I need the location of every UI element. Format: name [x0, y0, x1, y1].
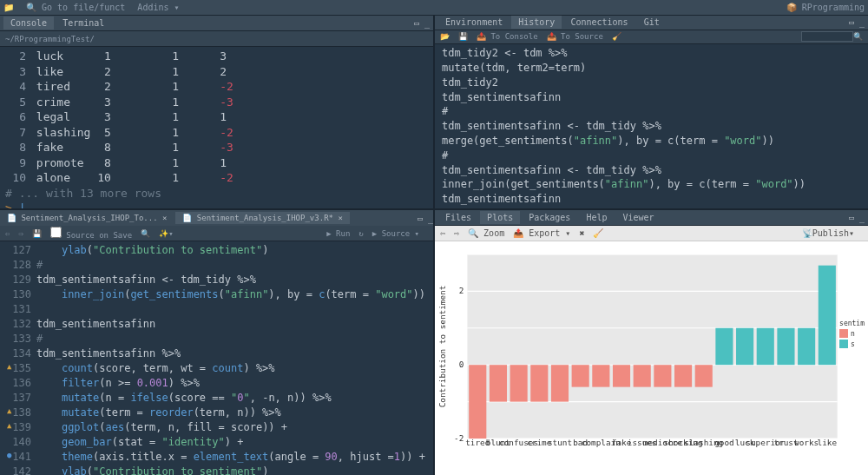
console-row: 8 fake 8 1 -3: [5, 140, 428, 155]
code-line[interactable]: mutate(term = reorder(term, n)) %>%: [36, 406, 428, 420]
gutter-line[interactable]: 129: [5, 273, 31, 287]
editor-tab-2[interactable]: 📄 Sentiment_Analysis_IHOP_v3.R* ×: [175, 212, 349, 224]
pane-controls-icon[interactable]: ▭ _: [849, 213, 865, 222]
code-line[interactable]: tdm_sentimentsafinn <- tdm_tidy %>%: [36, 273, 428, 287]
history-line[interactable]: tdm_sentimentsafinn: [442, 192, 861, 207]
code-line[interactable]: [36, 302, 428, 317]
code-line[interactable]: filter(n >= 0.001) %>%: [36, 376, 428, 391]
tab-git[interactable]: Git: [637, 16, 667, 29]
save-icon[interactable]: 💾: [32, 229, 42, 238]
gutter-line[interactable]: ▲138: [5, 406, 31, 420]
history-line[interactable]: tdm_tidy2: [442, 76, 861, 90]
svg-text:good: good: [714, 438, 734, 447]
pane-controls-icon[interactable]: ▭ _: [418, 214, 433, 223]
wand-icon[interactable]: ✨▾: [159, 229, 173, 238]
code-line[interactable]: ylab("Contribution to sentiment"): [36, 243, 428, 258]
editor-tab-1[interactable]: 📄 Sentiment_Analysis_IHOP_To... ×: [0, 212, 174, 224]
code-line[interactable]: geom_bar(stat = "identity") +: [36, 435, 428, 450]
gutter-line[interactable]: 131: [5, 302, 31, 317]
history-list[interactable]: tdm_tidy2 <- tdm %>%mutate(tdm, term2=te…: [435, 44, 868, 208]
load-history-icon[interactable]: 📂: [440, 32, 450, 41]
code-line[interactable]: #: [36, 258, 428, 273]
source-on-save-checkbox[interactable]: [50, 227, 62, 238]
console-path: ~/RProgrammingTest/: [5, 35, 95, 43]
history-line[interactable]: mutate(tdm, term2=term): [442, 61, 861, 76]
gutter-line[interactable]: 133: [5, 332, 31, 346]
run-button[interactable]: ▶ Run: [326, 229, 350, 238]
export-button[interactable]: 📤 Export ▾: [513, 228, 570, 238]
to-console-button[interactable]: 📤 To Console: [477, 32, 538, 41]
tab-help[interactable]: Help: [579, 211, 614, 224]
code-line[interactable]: ggplot(aes(term, n, fill = score)) +: [36, 420, 428, 435]
tab-files[interactable]: Files: [438, 211, 478, 224]
tab-environment[interactable]: Environment: [438, 16, 510, 29]
tab-history[interactable]: History: [511, 16, 562, 29]
tab-plots[interactable]: Plots: [480, 211, 520, 224]
history-line[interactable]: tdm_sentimentsafinn <- tdm_tidy %>%: [442, 119, 861, 134]
project-menu[interactable]: 📦 RProgramming: [786, 3, 865, 12]
tab-connections[interactable]: Connections: [563, 16, 635, 29]
forward-icon[interactable]: ⇨: [18, 229, 23, 238]
find-icon[interactable]: 🔍: [141, 229, 150, 238]
go-to-file-input[interactable]: 🔍 Go to file/funct: [26, 3, 125, 12]
history-line[interactable]: tdm_tidy2 <- tdm %>%: [442, 46, 861, 61]
history-line[interactable]: inner_join(get_sentiments("afinn"), by =…: [442, 177, 861, 192]
code-line[interactable]: ylab("Contribution to sentiment"): [36, 465, 428, 475]
bar-bad: [572, 365, 589, 386]
prev-plot-icon[interactable]: ⇦: [440, 228, 445, 238]
tab-viewer[interactable]: Viewer: [615, 211, 661, 224]
gutter-line[interactable]: 137: [5, 391, 31, 406]
plot-canvas: -202tiredbluntconfusescrimestuntbadcompl…: [435, 241, 868, 475]
tab-packages[interactable]: Packages: [522, 211, 577, 224]
console-row: 7 slashing 5 1 -2: [5, 125, 428, 141]
console-row: 3 like 2 1 2: [5, 64, 428, 80]
tab-console[interactable]: Console: [3, 16, 54, 30]
clear-plots-icon[interactable]: 🧹: [593, 228, 603, 238]
gutter-line[interactable]: ▲135: [5, 361, 31, 376]
gutter-line[interactable]: 127: [5, 243, 31, 258]
code-line[interactable]: tdm_sentimentsafinn: [36, 317, 428, 332]
source-button[interactable]: ▶ Source ▾: [372, 229, 419, 238]
pane-controls-icon[interactable]: ▭ _: [849, 17, 865, 27]
gutter-line[interactable]: 128: [5, 258, 31, 273]
gutter-line[interactable]: 130: [5, 287, 31, 302]
console-prompt[interactable]: >: [5, 201, 12, 208]
history-line[interactable]: tdm_sentimentsafinn: [442, 90, 861, 105]
history-line[interactable]: tdm_sentimentsafinn <- tdm_tidy %>%: [442, 163, 861, 178]
pane-controls-icon[interactable]: ▭ _: [414, 18, 430, 28]
code-line[interactable]: count(score, term, wt = count) %>%: [36, 361, 428, 376]
gutter-line[interactable]: 136: [5, 376, 31, 391]
search-history-input[interactable]: [801, 31, 853, 42]
rerun-icon[interactable]: ↻: [358, 229, 363, 238]
code-line[interactable]: mutate(n = ifelse(score == "0", -n, n)) …: [36, 391, 428, 406]
back-icon[interactable]: ⇦: [5, 229, 10, 238]
open-file-icon[interactable]: 📁: [3, 3, 14, 12]
clear-history-icon[interactable]: 🧹: [612, 32, 621, 41]
history-line[interactable]: merge(get_sentiments("afinn"), by = c(te…: [442, 134, 861, 148]
code-line[interactable]: tdm_sentimentsafinn %>%: [36, 346, 428, 361]
addins-dropdown[interactable]: Addins ▾: [137, 3, 179, 12]
gutter-line[interactable]: 140: [5, 435, 31, 450]
to-source-button[interactable]: 📤 To Source: [547, 32, 603, 41]
zoom-button[interactable]: 🔍 Zoom: [468, 228, 504, 238]
history-line[interactable]: #: [442, 104, 861, 119]
publish-button[interactable]: 📡 Publish ▾: [802, 228, 854, 238]
remove-plot-icon[interactable]: ✖: [579, 228, 584, 238]
code-line[interactable]: inner_join(get_sentiments("afinn"), by =…: [36, 287, 428, 302]
gutter-line[interactable]: 134: [5, 346, 31, 361]
gutter-line[interactable]: ▲139: [5, 420, 31, 435]
code-line[interactable]: theme(axis.title.x = element_text(angle …: [36, 450, 428, 465]
code-line[interactable]: #: [36, 332, 428, 346]
console-output[interactable]: 2 luck 1 1 33 like 2 1 24 tired 2 1 -25 …: [0, 47, 433, 208]
svg-text:0: 0: [459, 360, 464, 369]
gutter-line[interactable]: 132: [5, 317, 31, 332]
tab-terminal[interactable]: Terminal: [56, 16, 111, 30]
code-editor[interactable]: 127128129130131132133134▲135136137▲138▲1…: [0, 241, 433, 475]
save-history-icon[interactable]: 💾: [458, 32, 468, 41]
bar-mediocre: [654, 365, 671, 386]
gutter-line[interactable]: ●141: [5, 450, 31, 465]
history-line[interactable]: #: [442, 148, 861, 163]
console-row: 5 crime 3 1 -3: [5, 95, 428, 110]
next-plot-icon[interactable]: ⇨: [454, 228, 459, 238]
gutter-line[interactable]: 142: [5, 465, 31, 475]
